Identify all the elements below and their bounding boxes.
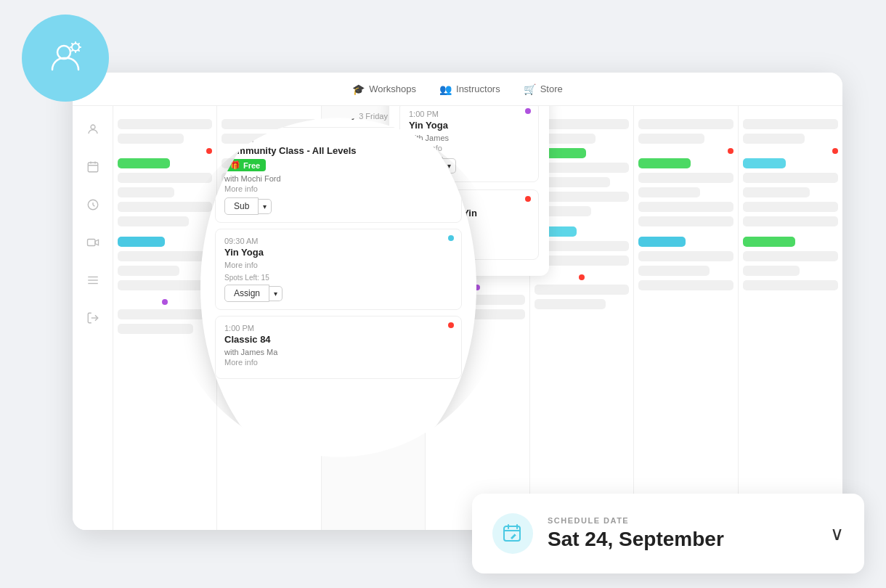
cal-block [743, 134, 805, 144]
calendar-edit-icon [503, 523, 523, 544]
sidebar-item-calendar[interactable] [81, 155, 105, 179]
event1-btn-group: Sub ▾ [224, 197, 452, 215]
cal-block [743, 216, 838, 226]
cal-block [118, 202, 212, 212]
svg-point-0 [57, 46, 70, 59]
cal-block [743, 119, 838, 129]
svg-rect-16 [87, 240, 95, 246]
cal-block [118, 266, 179, 276]
event2-assign-button[interactable]: Assign [224, 285, 269, 302]
cal-block-cyan [743, 158, 786, 168]
cal-dot-purple [162, 299, 168, 305]
cal-block [638, 173, 733, 183]
cal-dot [579, 274, 585, 280]
cal-block [638, 266, 710, 276]
event3-time: 1:00 PM [224, 324, 452, 332]
event-card-classic84: 1:00 PM Classic 84 with James Ma More in… [215, 316, 462, 379]
cal-block [118, 309, 212, 319]
cal-dot-red [728, 148, 733, 154]
event1-sub-button[interactable]: Sub [224, 197, 259, 215]
rp1-dot [525, 108, 531, 114]
instructors-icon: 👥 [439, 83, 452, 95]
calendar-area: 3 Friday [113, 106, 842, 530]
app-card: 🎓 Workshops 👥 Instructors 🛒 Store [73, 73, 842, 530]
event2-dot [448, 235, 454, 241]
event2-title: Yin Yoga [224, 247, 452, 258]
main-area: 3 Friday [73, 106, 842, 530]
cal-block [638, 187, 700, 197]
svg-point-10 [91, 125, 95, 129]
tab-store[interactable]: 🛒 Store [524, 83, 563, 95]
sidebar-item-list[interactable] [81, 269, 105, 292]
event1-badge-text: Free [243, 161, 260, 170]
cal-block [118, 280, 212, 290]
sidebar-item-person[interactable] [81, 118, 105, 141]
cal-dot-red [206, 148, 212, 154]
cal-block [118, 187, 174, 197]
event-card-yinyoga: 09:30 AM Yin Yoga More info Spots Left: … [215, 229, 462, 310]
cal-block-green [118, 158, 170, 168]
event2-btn-group: Assign ▾ [224, 285, 452, 302]
sidebar-item-signout[interactable] [81, 306, 105, 330]
event2-time: 09:30 AM [224, 237, 452, 245]
cal-block [743, 187, 810, 197]
cal-block [118, 251, 212, 261]
cal-block [535, 299, 606, 309]
cal-block [638, 202, 733, 212]
cal-col-7 [739, 106, 842, 530]
cal-block [638, 251, 733, 261]
schedule-text: SCHEDULE DATE Sat 24, September [548, 516, 816, 551]
tab-workshops[interactable]: 🎓 Workshops [352, 83, 416, 95]
cal-block [118, 324, 193, 334]
schedule-icon-circle [492, 513, 533, 554]
rp2-dot [525, 196, 531, 202]
tab-instructors[interactable]: 👥 Instructors [439, 83, 500, 95]
event1-more-info: More info [224, 184, 452, 193]
sidebar-item-history[interactable] [81, 193, 105, 216]
cal-block [638, 119, 733, 129]
cal-block [535, 285, 629, 295]
cal-block [638, 216, 733, 226]
cal-block-green [638, 158, 691, 168]
sidebar-item-video[interactable] [81, 231, 105, 254]
cal-block [743, 280, 838, 290]
event3-instructor: with James Ma [224, 348, 452, 356]
cal-block-blue [118, 237, 165, 247]
top-nav: 🎓 Workshops 👥 Instructors 🛒 Store [73, 73, 842, 106]
instructors-label: Instructors [456, 83, 500, 94]
event3-dot [448, 322, 454, 328]
workshops-icon: 🎓 [352, 83, 365, 95]
user-settings-icon [44, 36, 87, 80]
store-icon: 🛒 [524, 83, 536, 95]
cal-block [118, 119, 212, 129]
cal-block [638, 134, 704, 144]
store-label: Store [540, 83, 563, 94]
cal-dot-red [832, 148, 838, 154]
cal-block [743, 173, 838, 183]
gift-icon: 🎁 [230, 160, 240, 170]
cal-block-green [743, 237, 795, 247]
event1-instructor: with Mochi Ford [224, 174, 452, 183]
cal-block-blue [638, 237, 686, 247]
workshops-label: Workshops [369, 83, 416, 94]
cal-block [118, 216, 189, 226]
event1-title: Community Class - All Levels [224, 145, 452, 156]
event3-title: Classic 84 [224, 334, 452, 345]
cal-block [743, 202, 838, 212]
rp1-instructor: with James [409, 134, 529, 142]
cal-block [638, 280, 733, 290]
schedule-date: Sat 24, September [548, 528, 816, 551]
avatar-circle[interactable] [22, 15, 109, 102]
cal-block [743, 266, 800, 276]
svg-line-9 [72, 50, 73, 51]
svg-line-7 [78, 50, 79, 51]
svg-line-8 [78, 44, 79, 44]
cal-block [118, 134, 184, 144]
event2-assign-arrow[interactable]: ▾ [269, 286, 283, 301]
schedule-label: SCHEDULE DATE [548, 516, 816, 525]
schedule-card: SCHEDULE DATE Sat 24, September ∨ [472, 494, 864, 573]
chevron-down-icon[interactable]: ∨ [830, 523, 844, 545]
event1-sub-arrow[interactable]: ▾ [259, 199, 272, 214]
rp1-title: Yin Yoga [409, 120, 529, 131]
cal-block [118, 173, 212, 183]
